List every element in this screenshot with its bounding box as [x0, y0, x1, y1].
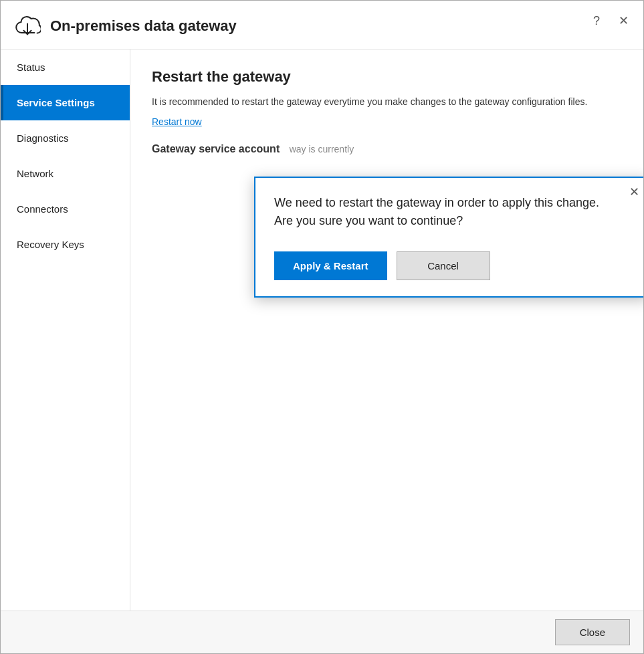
close-button[interactable]: Close	[555, 619, 630, 645]
sidebar-item-diagnostics[interactable]: Diagnostics	[1, 120, 130, 156]
content-area: Restart the gateway It is recommended to…	[130, 49, 643, 611]
main-layout: Status Service Settings Diagnostics Netw…	[1, 49, 643, 611]
title-bar: On-premises data gateway ? ✕	[1, 1, 643, 49]
help-button[interactable]: ?	[587, 11, 606, 30]
cloud-icon	[14, 13, 41, 39]
sidebar: Status Service Settings Diagnostics Netw…	[1, 49, 130, 611]
fade-overlay	[542, 143, 622, 155]
window-close-button[interactable]: ✕	[614, 11, 633, 30]
dialog-buttons: Apply & Restart Cancel	[274, 251, 629, 280]
apply-restart-button[interactable]: Apply & Restart	[274, 251, 387, 280]
footer: Close	[1, 611, 643, 653]
section-description: It is recommended to restart the gateway…	[152, 95, 620, 109]
main-window: On-premises data gateway ? ✕ Status Serv…	[0, 0, 644, 654]
cancel-button[interactable]: Cancel	[397, 251, 490, 280]
restart-now-link[interactable]: Restart now	[152, 116, 202, 127]
sidebar-item-recovery-keys[interactable]: Recovery Keys	[1, 227, 130, 262]
sidebar-item-connectors[interactable]: Connectors	[1, 191, 130, 227]
dialog-message: We need to restart the gateway in order …	[274, 194, 629, 230]
window-title: On-premises data gateway	[50, 17, 237, 35]
sidebar-item-status[interactable]: Status	[1, 49, 130, 85]
dialog-close-button[interactable]: ✕	[629, 185, 639, 199]
section-title: Restart the gateway	[152, 68, 622, 86]
sidebar-item-network[interactable]: Network	[1, 156, 130, 191]
gateway-service-section: Gateway service account way is currently	[152, 143, 622, 155]
sidebar-item-service-settings[interactable]: Service Settings	[1, 85, 130, 120]
window-controls: ? ✕	[587, 11, 633, 30]
restart-dialog: ✕ We need to restart the gateway in orde…	[254, 177, 643, 298]
